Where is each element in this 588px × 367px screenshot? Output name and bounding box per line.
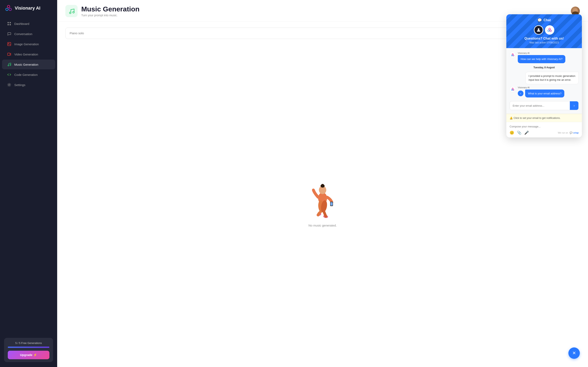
sidebar-item-music-generation[interactable]: Music Generation [2,59,55,69]
svg-rect-6 [9,24,11,25]
svg-point-33 [511,89,512,91]
chat-close-button[interactable]: ✕ [568,347,580,359]
logo-icon [5,4,12,12]
prompt-input-area[interactable] [65,27,580,39]
svg-point-30 [511,55,512,56]
chat-header-title: Questions? Chat with us! [510,37,578,40]
compose-input[interactable] [510,124,579,129]
svg-point-26 [549,28,550,30]
grid-icon [7,21,11,26]
sidebar-item-settings-label: Settings [14,83,25,87]
svg-point-14 [73,11,74,13]
sidebar-item-code-label: Code Generation [14,73,38,76]
dancer-illustration [304,179,341,224]
main-content: Music Generation Turn your prompt into m… [57,0,588,367]
page-title: Music Generation [81,5,139,13]
empty-state: No music generated. [65,45,580,361]
svg-point-27 [548,30,549,32]
chat-message-user: I provided a prompt to music generation … [510,72,579,84]
svg-rect-5 [8,24,9,25]
chat-agents [510,25,578,35]
svg-point-18 [321,184,324,187]
svg-point-29 [512,53,513,55]
sidebar-item-video-label: Video Generation [14,53,38,56]
generations-progress-fill [8,347,49,348]
footer-brand: We run on 💬 crisp [558,132,579,134]
sidebar-item-image-generation[interactable]: Image Generation [2,39,55,49]
chat-bubble-1: How can we help with Visionary AI? [518,55,565,63]
sidebar-item-conversation-label: Conversation [14,32,32,36]
svg-rect-3 [8,22,9,23]
svg-point-1 [6,8,8,11]
chat-footer: 🙂 📎 🎤 We run on 💬 crisp [506,122,582,137]
video-icon [7,52,11,57]
svg-point-32 [512,88,513,89]
chat-body: Visionary AI How can we help with Vision… [506,48,582,114]
sidebar-item-music-label: Music Generation [14,63,38,66]
page-subtitle: Turn your prompt into music. [81,14,139,17]
sidebar-item-dashboard[interactable]: Dashboard [2,19,55,29]
email-input[interactable] [510,102,570,110]
chat-tab-label: Chat [544,18,551,22]
svg-point-31 [513,55,514,56]
svg-point-12 [9,84,10,85]
notification-text: 🔔 Click to set your email to get notific… [510,117,561,119]
svg-point-28 [550,30,552,32]
svg-point-13 [69,12,71,14]
main-title-area: Music Generation Turn your prompt into m… [65,5,139,17]
sidebar-item-conversation[interactable]: Conversation [2,29,55,39]
svg-point-2 [9,8,11,11]
sidebar-item-settings[interactable]: Settings [2,80,55,90]
sidebar-item-video-generation[interactable]: Video Generation [2,49,55,59]
sidebar-item-code-generation[interactable]: Code Generation [2,70,55,80]
gear-icon [7,83,11,87]
chat-bubble-user: I provided a prompt to music generation … [526,72,579,84]
empty-state-text: No music generated. [309,224,337,227]
svg-point-10 [8,65,9,66]
chat-date-separator: Tuesday, 8 August [510,66,579,69]
bot-avatar-2 [510,86,516,92]
chat-tab[interactable]: 💬 Chat [510,18,578,22]
chat-notification-bar[interactable]: 🔔 Click to set your email to get notific… [506,114,582,122]
generations-progress-bar [8,347,49,348]
svg-rect-9 [8,53,10,55]
sidebar-nav: Dashboard Conversation Image Generation [0,16,57,334]
chat-header-subtitle: Was last active 07/08/2023 [510,41,578,44]
upgrade-button[interactable]: Upgrade ⚡ [8,351,49,359]
sidebar-item-dashboard-label: Dashboard [14,22,29,25]
code-icon [7,72,11,77]
svg-rect-4 [9,22,11,23]
svg-rect-20 [330,202,333,206]
footer-icons: 🙂 📎 🎤 [510,131,529,135]
back-button[interactable]: ‹ [518,91,523,96]
svg-point-34 [513,89,514,91]
sidebar-logo[interactable]: Visionary AI [0,0,57,16]
agent-avatar-brand [545,25,554,35]
chat-message-2: Visionary AI ‹ What is your email addres… [510,86,579,98]
attachment-icon[interactable]: 📎 [517,131,521,135]
app-name: Visionary AI [15,6,40,11]
crisp-label: crisp [573,132,579,134]
prompt-input[interactable] [70,31,576,35]
music-icon [7,62,11,67]
bot-sender-label-2: Visionary AI [518,86,564,89]
svg-point-0 [7,5,10,8]
email-send-button[interactable]: › [570,101,579,110]
sidebar: Visionary AI Dashboard Conversation [0,0,57,367]
generations-card: 5 / 5 Free Generations Upgrade ⚡ [4,338,53,362]
svg-point-11 [10,65,11,66]
chat-header: 💬 Chat Questions? C [506,14,582,48]
bot-avatar [510,52,516,58]
sidebar-item-image-label: Image Generation [14,42,39,46]
sidebar-bottom: 5 / 5 Free Generations Upgrade ⚡ [0,334,57,367]
image-icon [7,42,11,46]
chat-icon [7,32,11,36]
agent-avatar-dark [534,25,543,35]
emoji-icon[interactable]: 🙂 [510,131,514,135]
bot-sender-label: Visionary AI [518,52,565,54]
chat-widget: 💬 Chat Questions? C [506,14,582,137]
chat-message-1: Visionary AI How can we help with Vision… [510,52,579,63]
email-input-row[interactable]: › [510,101,579,110]
audio-icon[interactable]: 🎤 [524,131,529,135]
chat-bubble-2: What is your email address? [525,90,564,98]
